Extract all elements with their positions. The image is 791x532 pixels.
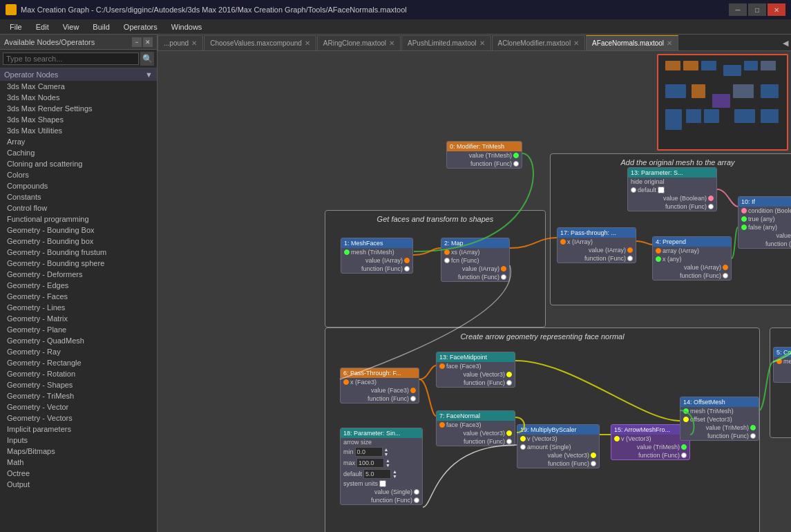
menu-item-view[interactable]: View [56, 21, 86, 32]
port-out[interactable] [404, 266, 410, 272]
list-item[interactable]: Caching [0, 147, 157, 158]
list-item[interactable]: Control flow [0, 202, 157, 213]
list-item[interactable]: Geometry - TriMesh [0, 390, 157, 401]
sysunits-checkbox[interactable] [379, 480, 386, 487]
port-out[interactable] [506, 372, 512, 377]
port-in[interactable] [344, 249, 350, 255]
menu-item-operators[interactable]: Operators [117, 21, 164, 32]
close-button[interactable]: ✕ [768, 3, 785, 16]
list-item[interactable]: Output [0, 479, 157, 490]
port-out[interactable] [591, 453, 596, 458]
port-in[interactable] [439, 422, 445, 428]
node-arrowmesh[interactable]: 15: ArrowMeshFro... v (Vector3) value (T… [611, 424, 690, 460]
port-out[interactable] [723, 273, 728, 278]
list-item[interactable]: Geometry - QuadMesh [0, 335, 157, 346]
list-item[interactable]: 3ds Max Shapes [0, 114, 157, 125]
port-out[interactable] [681, 444, 687, 450]
menu-item-build[interactable]: Build [86, 21, 116, 32]
port-in[interactable] [631, 187, 636, 193]
list-item[interactable]: Geometry - Bounding box [0, 236, 157, 247]
close-panel-button[interactable]: ✕ [143, 37, 153, 47]
list-item[interactable]: Geometry - Rectangle [0, 357, 157, 368]
node-if[interactable]: 10: If condition (Boolean) true (any) fa… [738, 196, 791, 249]
canvas-area[interactable]: Get faces and transform to shapes Add th… [158, 51, 791, 532]
port-in[interactable] [444, 249, 450, 255]
list-item[interactable]: Array [0, 136, 157, 147]
port-in[interactable] [444, 258, 450, 263]
port-out[interactable] [404, 258, 410, 263]
port-in[interactable] [343, 379, 349, 385]
menu-item-windows[interactable]: Windows [164, 21, 209, 32]
list-item[interactable]: 3ds Max Camera [0, 81, 157, 92]
search-button[interactable]: 🔍 [140, 52, 154, 66]
port-out[interactable] [506, 430, 512, 436]
list-item[interactable]: 3ds Max Nodes [0, 92, 157, 103]
tab-___pound[interactable]: ...pound✕ [158, 35, 203, 50]
list-item[interactable]: Geometry - Rotation [0, 368, 157, 379]
list-item[interactable]: Cloning and scattering [0, 158, 157, 169]
port-out[interactable] [410, 388, 416, 393]
port-out[interactable] [410, 396, 416, 401]
node-prepend[interactable]: 4: Prepend array (IArray) x (any) value … [652, 236, 732, 281]
list-item[interactable]: Geometry - Lines [0, 302, 157, 313]
list-item[interactable]: Colors [0, 169, 157, 180]
node-modifier-trimesh[interactable]: 0: Modifier: TriMesh value (TriMesh) fun… [446, 141, 522, 169]
port-in[interactable] [683, 408, 689, 414]
port-in[interactable] [520, 444, 526, 450]
node-offsetmesh[interactable]: 14: OffsetMesh mesh (TriMesh) offset (Ve… [680, 397, 759, 441]
menu-item-file[interactable]: File [3, 21, 29, 32]
menu-item-edit[interactable]: Edit [29, 21, 56, 32]
node-passthrough17[interactable]: 17: Pass-through: ... x (IArray) value (… [557, 227, 636, 263]
port-out[interactable] [414, 489, 419, 495]
default-checkbox[interactable] [658, 187, 665, 193]
port-out[interactable] [750, 425, 756, 430]
tab-aringclone_maxtool[interactable]: ARingClone.maxtool✕ [317, 35, 401, 50]
port-out[interactable] [501, 274, 506, 280]
port-in[interactable] [741, 225, 747, 230]
maximize-button[interactable]: □ [748, 3, 766, 16]
list-item[interactable]: Geometry - Shapes [0, 379, 157, 390]
tab-close-icon[interactable]: ✕ [305, 39, 310, 47]
port-out[interactable] [513, 153, 519, 158]
list-item[interactable]: Geometry - Ray [0, 346, 157, 357]
port-out[interactable] [501, 266, 506, 272]
list-item[interactable]: Geometry - Matrix [0, 313, 157, 324]
list-item[interactable]: Geometry - Bounding sphere [0, 258, 157, 269]
list-item[interactable]: 3ds Max Utilities [0, 125, 157, 136]
port-out[interactable] [506, 439, 512, 444]
list-item[interactable]: Geometry - Bounding Box [0, 225, 157, 236]
port-in[interactable] [656, 256, 661, 262]
node-combine[interactable]: 5: CombineAllMeshes meshes (IArray) valu… [773, 347, 791, 383]
list-item[interactable]: Inputs [0, 435, 157, 446]
node-passthrough6[interactable]: 6: Pass-Through: F... x (Face3) value (F… [340, 368, 419, 403]
port-out[interactable] [513, 161, 519, 167]
tab-close-icon[interactable]: ✕ [191, 39, 197, 47]
tab-choosevalues_maxcompound[interactable]: ChooseValues.maxcompound✕ [204, 35, 316, 50]
port-in[interactable] [520, 436, 526, 441]
tab-aclonemodifier_maxtool[interactable]: ACloneModifier.maxtool✕ [492, 35, 586, 50]
list-item[interactable]: Geometry - Faces [0, 291, 157, 302]
node-param18[interactable]: 18: Parameter: Sin... arrow size min ▲▼ … [340, 428, 423, 505]
tab-apushlimited_maxtool[interactable]: APushLimited.maxtool✕ [401, 35, 491, 50]
port-out[interactable] [681, 453, 687, 458]
list-item[interactable]: Geometry - Edges [0, 280, 157, 291]
list-item[interactable]: Geometry - Plane [0, 324, 157, 335]
tab-close-icon[interactable]: ✕ [573, 39, 579, 47]
list-item[interactable]: Geometry - Deformers [0, 269, 157, 280]
node-map[interactable]: 2: Map xs (IArray) fcn (Func) value (IAr… [441, 238, 510, 282]
port-out[interactable] [627, 256, 633, 261]
list-item[interactable]: Math [0, 457, 157, 468]
list-item[interactable]: 3ds Max Render Settings [0, 103, 157, 114]
port-in[interactable] [741, 216, 747, 222]
search-input[interactable] [3, 53, 139, 65]
port-in[interactable] [614, 436, 620, 441]
port-out[interactable] [750, 433, 756, 439]
port-out[interactable] [506, 380, 512, 386]
port-out[interactable] [414, 497, 419, 503]
list-item[interactable]: Compounds [0, 180, 157, 191]
node-facenormal[interactable]: 7: FaceNormal face (Face3) value (Vector… [436, 410, 515, 446]
min-input[interactable] [355, 447, 383, 457]
default-input[interactable] [363, 469, 391, 479]
port-out[interactable] [627, 247, 633, 253]
tab-close-icon[interactable]: ✕ [667, 39, 672, 47]
